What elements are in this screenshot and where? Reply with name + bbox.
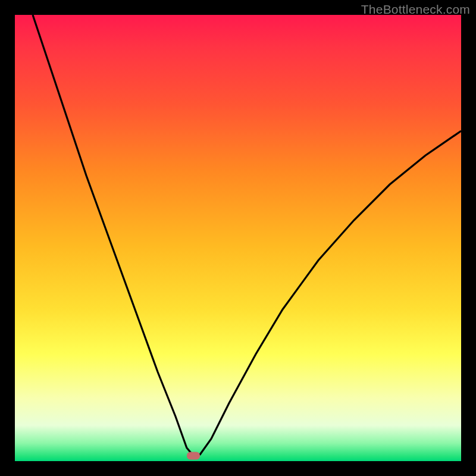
- bottleneck-curve: [15, 15, 461, 461]
- optimal-point-marker: [187, 452, 200, 460]
- watermark-label: TheBottleneck.com: [361, 2, 470, 17]
- chart-stage: TheBottleneck.com: [0, 0, 476, 476]
- plot-area: [15, 15, 461, 461]
